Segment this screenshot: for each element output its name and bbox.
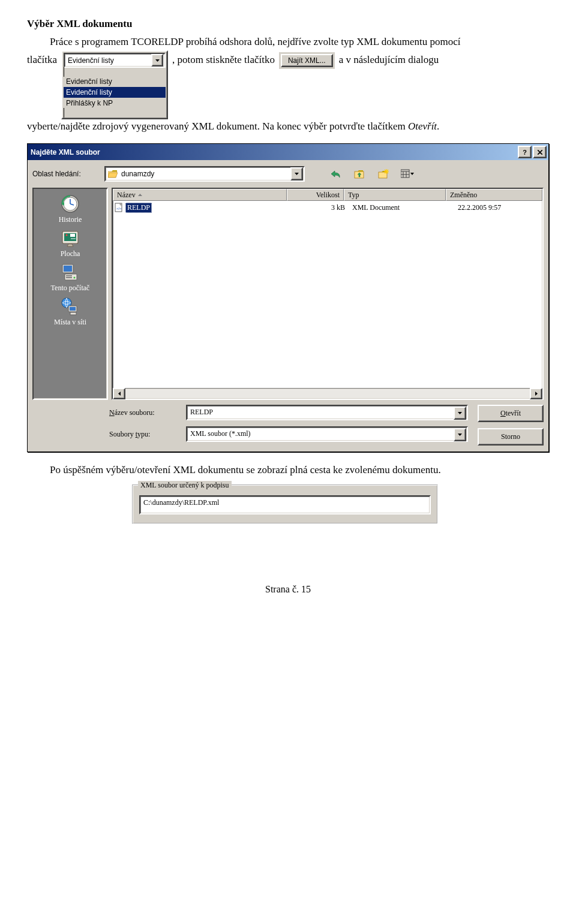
open-file-dialog: Najděte XML soubor ? Oblast hledání: dun… bbox=[27, 143, 549, 452]
dialog-title: Najděte XML soubor bbox=[31, 148, 518, 156]
lookin-combo[interactable]: dunamzdy bbox=[104, 166, 305, 182]
file-name: RELDP bbox=[125, 203, 152, 213]
svg-marker-1 bbox=[108, 170, 117, 171]
col-type[interactable]: Typ bbox=[344, 189, 446, 201]
svg-rect-13 bbox=[401, 170, 409, 177]
scroll-left-icon[interactable] bbox=[113, 388, 125, 399]
svg-marker-47 bbox=[458, 434, 462, 436]
places-sidebar: Historie Plocha Tento počítač bbox=[32, 188, 108, 400]
svg-marker-4 bbox=[295, 173, 299, 175]
folder-open-icon bbox=[108, 170, 118, 178]
close-button[interactable] bbox=[533, 146, 547, 158]
scroll-right-icon[interactable] bbox=[530, 388, 542, 399]
dialog-titlebar: Najděte XML soubor ? bbox=[28, 144, 548, 160]
sidebar-network[interactable]: Místa v síti bbox=[54, 296, 86, 327]
svg-marker-26 bbox=[67, 244, 73, 246]
lookin-value: dunamzdy bbox=[120, 170, 290, 178]
sidebar-label: Tento počítač bbox=[51, 284, 90, 293]
svg-marker-18 bbox=[410, 173, 414, 175]
intro-text: Práce s programem TCORELDP probíhá odsho… bbox=[50, 36, 549, 48]
svg-rect-33 bbox=[66, 275, 72, 276]
svg-point-27 bbox=[66, 234, 68, 236]
file-modified: 22.2.2005 9:57 bbox=[454, 203, 541, 212]
svg-marker-45 bbox=[535, 392, 538, 396]
sidebar-desktop[interactable]: Plocha bbox=[60, 228, 80, 258]
svg-rect-34 bbox=[66, 277, 72, 278]
col-name-label: Název bbox=[117, 191, 136, 200]
filename-combo[interactable]: RELDP bbox=[186, 405, 468, 420]
dropdown-option-selected[interactable]: Evidenční listy bbox=[64, 87, 166, 98]
dropdown-option[interactable]: Přihlášky k NP bbox=[64, 98, 166, 109]
column-headers: Název Velikost Typ Změněno bbox=[113, 189, 542, 201]
sidebar-label: Historie bbox=[59, 215, 82, 224]
up-folder-icon[interactable] bbox=[353, 167, 366, 180]
network-icon bbox=[60, 296, 80, 317]
svg-rect-28 bbox=[70, 234, 75, 237]
xml-path-groupbox: XML soubor určený k podpisu C:\dunamzdy\… bbox=[132, 484, 438, 524]
line3-t1: vyberte/najděte zdrojový vygenerovaný XM… bbox=[27, 121, 408, 132]
svg-marker-0 bbox=[155, 59, 160, 62]
lookin-label: Oblast hledání: bbox=[32, 170, 98, 178]
line2-t3: a v následujícím dialogu bbox=[339, 54, 439, 66]
line-2: tlačítka Evidenční listy Evidenční listy… bbox=[27, 50, 549, 119]
svg-rect-7 bbox=[379, 172, 387, 178]
svg-rect-31 bbox=[64, 266, 72, 272]
sidebar-history[interactable]: Historie bbox=[59, 194, 82, 224]
svg-point-35 bbox=[74, 277, 76, 279]
filename-label: Název souboru: bbox=[109, 408, 181, 417]
dropdown-selected[interactable]: Evidenční listy bbox=[66, 56, 151, 65]
groupbox-legend: XML soubor určený k podpisu bbox=[138, 481, 232, 490]
xml-path-field[interactable]: C:\dunamzdy\RELDP.xml bbox=[139, 495, 431, 514]
filetype-value: XML soubor (*.xml) bbox=[187, 428, 453, 441]
file-size: 3 kB bbox=[288, 203, 349, 212]
svg-text:</>: </> bbox=[116, 207, 122, 210]
line2-t2: , potom stiskněte tlačítko bbox=[172, 54, 275, 66]
sidebar-label: Místa v síti bbox=[54, 318, 86, 327]
svg-marker-3 bbox=[108, 173, 118, 177]
line3-italic: Otevřít bbox=[408, 121, 437, 132]
xml-file-icon: </> bbox=[114, 203, 124, 212]
after-dialog-text: Po úspěšném výběru/otevření XML dokument… bbox=[50, 464, 549, 476]
view-menu-icon[interactable] bbox=[401, 167, 414, 180]
filetype-label: Soubory typu: bbox=[109, 430, 181, 439]
history-icon bbox=[60, 194, 80, 214]
filetype-combo[interactable]: XML soubor (*.xml) bbox=[186, 426, 468, 442]
help-button[interactable]: ? bbox=[518, 146, 532, 158]
dropdown-option[interactable]: Evidenční listy bbox=[64, 76, 166, 87]
filename-value: RELDP bbox=[187, 406, 453, 419]
computer-icon bbox=[60, 262, 80, 282]
file-row[interactable]: </> RELDP 3 kB XML Document 22.2.2005 9:… bbox=[114, 202, 541, 213]
svg-marker-46 bbox=[458, 412, 462, 414]
cancel-button[interactable]: Storno bbox=[478, 428, 544, 446]
line3-t2: . bbox=[437, 121, 439, 132]
svg-rect-38 bbox=[70, 307, 76, 311]
dropdown-screenshot: Evidenční listy Evidenční listy Evidenčn… bbox=[61, 50, 168, 119]
col-name[interactable]: Název bbox=[113, 189, 287, 201]
sidebar-mycomputer[interactable]: Tento počítač bbox=[51, 262, 90, 293]
svg-marker-44 bbox=[118, 392, 121, 396]
file-type: XML Document bbox=[349, 203, 454, 212]
page-footer: Strana č. 15 bbox=[27, 584, 549, 595]
line2-t1: tlačítka bbox=[27, 54, 57, 66]
dropdown-arrow-icon[interactable] bbox=[151, 54, 163, 67]
find-xml-button[interactable]: Najít XML... bbox=[281, 54, 333, 67]
svg-rect-39 bbox=[70, 312, 76, 315]
col-modified[interactable]: Změněno bbox=[446, 189, 542, 201]
lookin-dropdown-icon[interactable] bbox=[290, 167, 303, 180]
sidebar-label: Plocha bbox=[61, 249, 80, 258]
filetype-dropdown-icon[interactable] bbox=[454, 428, 466, 441]
filename-dropdown-icon[interactable] bbox=[454, 407, 466, 420]
sort-asc-icon bbox=[138, 194, 142, 196]
page-heading: Výběr XML dokumentu bbox=[27, 18, 549, 30]
back-icon[interactable] bbox=[329, 167, 342, 180]
line-3: vyberte/najděte zdrojový vygenerovaný XM… bbox=[27, 121, 549, 133]
find-xml-button-screenshot: Najít XML... bbox=[279, 52, 335, 69]
open-button[interactable]: Otevřít bbox=[478, 405, 544, 422]
new-folder-icon[interactable] bbox=[377, 167, 390, 180]
desktop-icon bbox=[60, 228, 80, 248]
horizontal-scrollbar[interactable] bbox=[113, 388, 542, 399]
svg-marker-40 bbox=[138, 194, 142, 196]
file-list-pane: Název Velikost Typ Změněno bbox=[112, 188, 544, 400]
col-size[interactable]: Velikost bbox=[287, 189, 344, 201]
